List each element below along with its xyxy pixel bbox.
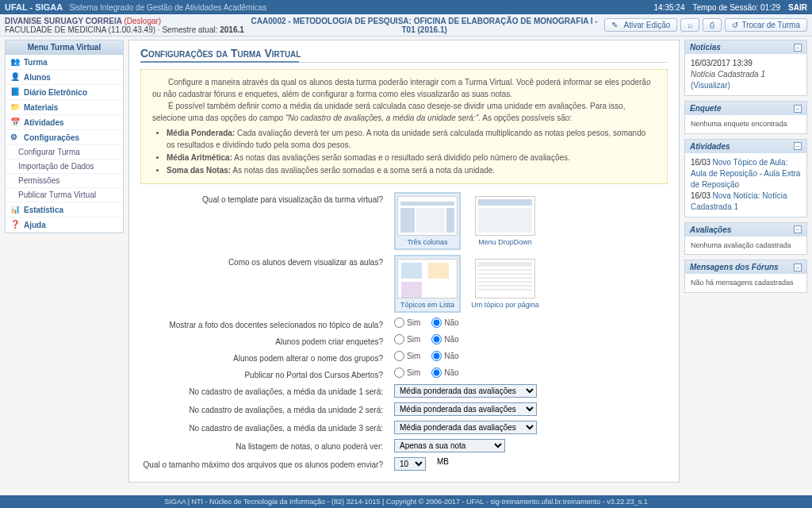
print-button[interactable]: ⎙	[703, 18, 722, 32]
person-icon: 👤	[10, 72, 20, 82]
label-group: Alunos podem alterar o nome dos grupos?	[140, 351, 394, 363]
view-topics-list[interactable]: Tópicos em Lista	[394, 255, 461, 313]
side-menu-title: Menu Turma Virtual	[6, 40, 123, 55]
select-u3[interactable]: Média ponderada das avaliações	[394, 421, 537, 434]
radio-photo-yes[interactable]: Sim	[394, 318, 420, 328]
label-view: Como os alunos devem visualizar as aulas…	[140, 255, 394, 267]
select-notas[interactable]: Apenas a sua nota	[394, 439, 505, 452]
semester: 2016.1	[220, 25, 244, 34]
menu-help[interactable]: ❓Ajuda	[6, 217, 123, 233]
userbar: DIVANISE SURUAGY CORREIA (Deslogar) FACU…	[0, 14, 812, 37]
panel-foruns: Mensagens dos Fóruns– Não há mensagens c…	[684, 260, 807, 293]
collapse-icon[interactable]: –	[794, 105, 802, 113]
calendar-icon: 📅	[10, 117, 20, 127]
radio-portal-yes[interactable]: Sim	[394, 368, 420, 378]
panel-avaliacoes: Avaliações– Nenhuma avaliação cadastrada	[684, 222, 807, 256]
pencil-icon: ✎	[611, 21, 620, 29]
news-view-link[interactable]: (Visualizar)	[691, 81, 730, 90]
template-dropdown[interactable]: Menu DropDown	[472, 192, 538, 250]
side-menu: Menu Turma Virtual 👥Turma 👤Alunos 📘Diári…	[5, 40, 124, 233]
label-notas: Na listagem de notas, o aluno poderá ver…	[140, 439, 394, 451]
gear-icon: ⚙	[10, 133, 20, 142]
label-portal: Publicar no Portal dos Cursos Abertos?	[140, 368, 394, 379]
thumb-page	[475, 259, 535, 298]
logout-link[interactable]: (Deslogar)	[124, 17, 162, 25]
home-button[interactable]: ⌂	[680, 18, 699, 32]
label-poll: Alunos podem criar enquetes?	[140, 334, 394, 346]
select-u1[interactable]: Média ponderada das avaliações	[394, 384, 537, 398]
book-icon: 📘	[10, 87, 20, 97]
menu-publish[interactable]: Publicar Turma Virtual	[6, 188, 123, 202]
page-title: Configurações da Turma Virtual	[140, 47, 668, 63]
menu-import[interactable]: Importação de Dados	[6, 160, 123, 174]
thumb-3col	[397, 196, 458, 236]
select-u2[interactable]: Média ponderada das avaliações	[394, 402, 537, 416]
course-title: CAA0002 - METODOLOGIA DE PESQUISA: OFICI…	[244, 17, 605, 34]
menu-stats[interactable]: 📊Estatística	[6, 202, 123, 217]
radio-poll-no[interactable]: Não	[431, 334, 458, 344]
folder-icon: 📁	[10, 102, 20, 112]
app-subtitle: Sistema Integrado de Gestão de Atividade…	[69, 3, 266, 12]
user-info: DIVANISE SURUAGY CORREIA (Deslogar) FACU…	[5, 17, 244, 34]
clock: 14:35:24	[654, 3, 685, 12]
app-name: UFAL - SIGAA	[5, 2, 63, 12]
menu-config-turma[interactable]: Configurar Turma	[6, 145, 123, 160]
panel-noticias: Notícias– 16/03/2017 13:39Notícia Cadast…	[684, 40, 807, 96]
thumb-dropdown	[475, 196, 535, 236]
radio-poll-yes[interactable]: Sim	[394, 334, 420, 344]
menu-materiais[interactable]: 📁Materiais	[6, 100, 123, 115]
menu-turma[interactable]: 👥Turma	[6, 55, 123, 70]
menu-alunos[interactable]: 👤Alunos	[6, 70, 123, 85]
print-icon: ⎙	[710, 21, 714, 29]
activate-edit-button[interactable]: ✎Ativar Edição	[604, 18, 677, 32]
radio-portal-no[interactable]: Não	[431, 368, 458, 378]
radio-group-yes[interactable]: Sim	[394, 351, 420, 361]
panel-enquete: Enquete– Nenhuma enquete encontrada	[684, 101, 807, 134]
help-icon: ❓	[10, 220, 20, 229]
label-photo: Mostrar a foto dos docentes selecionados…	[140, 318, 394, 329]
people-icon: 👥	[10, 57, 20, 67]
session-timer: Tempo de Sessão: 01:29	[692, 3, 780, 12]
thumb-list	[397, 259, 458, 298]
home-icon: ⌂	[688, 21, 692, 29]
menu-diario[interactable]: 📘Diário Eletrônico	[6, 85, 123, 100]
radio-group-no[interactable]: Não	[431, 351, 458, 361]
template-three-columns[interactable]: Três colunas	[394, 192, 461, 250]
menu-config[interactable]: ⚙Configurações	[6, 130, 123, 145]
select-size[interactable]: 10	[394, 457, 426, 471]
exit-link[interactable]: SAIR	[788, 3, 807, 12]
collapse-icon[interactable]: –	[794, 225, 802, 233]
main-content: Configurações da Turma Virtual Configure…	[128, 40, 680, 483]
chart-icon: 📊	[10, 205, 20, 214]
collapse-icon[interactable]: –	[794, 264, 802, 271]
switch-icon: ↺	[732, 21, 738, 29]
info-box: Configure a maneira através da qual os a…	[140, 69, 668, 184]
label-u2: No cadastro de avaliações, a média da un…	[140, 402, 394, 414]
collapse-icon[interactable]: –	[794, 44, 802, 52]
label-size: Qual o tamanho máximo dos arquivos que o…	[140, 457, 394, 469]
label-u1: No cadastro de avaliações, a média da un…	[140, 384, 394, 396]
switch-class-button[interactable]: ↺Trocar de Turma	[725, 18, 807, 32]
topbar: UFAL - SIGAA Sistema Integrado de Gestão…	[0, 0, 812, 14]
user-faculty: FACULDADE DE MEDICINA (11.00.43.49) · Se…	[5, 25, 220, 34]
panel-atividades: Atividades– 16/03 Novo Tópico de Aula: A…	[684, 139, 807, 217]
radio-photo-no[interactable]: Não	[431, 318, 458, 328]
user-name: DIVANISE SURUAGY CORREIA	[5, 17, 122, 25]
view-topic-page[interactable]: Um tópico por página	[472, 255, 538, 313]
menu-perm[interactable]: Permissões	[6, 174, 123, 188]
label-u3: No cadastro de avaliações, a média da un…	[140, 421, 394, 433]
collapse-icon[interactable]: –	[794, 142, 802, 150]
label-template: Qual o template para visualização da tur…	[140, 192, 394, 204]
menu-atividades[interactable]: 📅Atividades	[6, 115, 123, 130]
mb-label: MB	[437, 457, 449, 466]
